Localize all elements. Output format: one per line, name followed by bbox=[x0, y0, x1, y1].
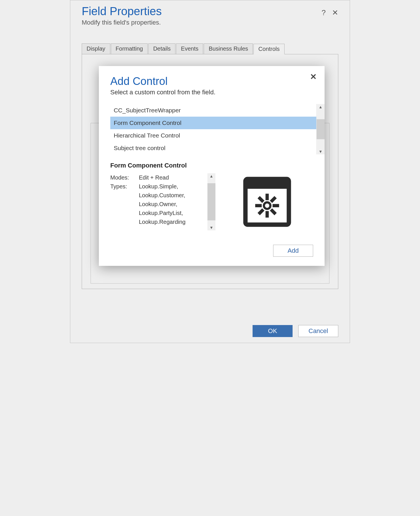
control-list: CC_SubjectTreeWrapper Form Component Con… bbox=[110, 104, 316, 154]
control-preview bbox=[221, 173, 313, 230]
scroll-thumb[interactable] bbox=[207, 183, 215, 220]
list-item[interactable]: Hierarchical Tree Control bbox=[110, 129, 316, 142]
tab-events[interactable]: Events bbox=[176, 43, 203, 54]
tab-business-rules[interactable]: Business Rules bbox=[204, 43, 253, 54]
svg-point-3 bbox=[265, 204, 269, 208]
ok-button[interactable]: OK bbox=[253, 325, 293, 337]
tab-bar: Display Formatting Details Events Busine… bbox=[82, 43, 338, 54]
modes-value: Edit + Read bbox=[139, 173, 187, 182]
dialog-subtitle: Modify this field's properties. bbox=[82, 19, 162, 26]
detail-heading: Form Component Control bbox=[110, 162, 313, 169]
list-scrollbar[interactable]: ▲ ▼ bbox=[316, 104, 325, 154]
modal-title: Add Control bbox=[110, 75, 313, 87]
detail-table: Modes: Types: Edit + Read Lookup.Simple,… bbox=[110, 173, 202, 226]
scroll-down-icon[interactable]: ▼ bbox=[319, 149, 323, 154]
svg-rect-6 bbox=[255, 204, 262, 207]
dialog-title: Field Properties bbox=[82, 5, 162, 18]
svg-rect-5 bbox=[265, 211, 269, 218]
modal-subtitle: Select a custom control from the field. bbox=[110, 89, 313, 96]
tab-display[interactable]: Display bbox=[82, 43, 110, 54]
add-button[interactable]: Add bbox=[273, 245, 313, 257]
types-label: Types: bbox=[110, 182, 133, 191]
scroll-up-icon[interactable]: ▲ bbox=[319, 104, 323, 110]
types-value: Lookup.Simple, Lookup.Customer, Lookup.O… bbox=[139, 182, 187, 226]
add-control-modal: ✕ Add Control Select a custom control fr… bbox=[99, 66, 325, 266]
scroll-up-icon[interactable]: ▲ bbox=[209, 173, 213, 179]
field-properties-dialog: Field Properties Modify this field's pro… bbox=[70, 0, 350, 343]
close-icon[interactable]: ✕ bbox=[332, 9, 338, 16]
dialog-footer: OK Cancel bbox=[253, 325, 338, 337]
modes-label: Modes: bbox=[110, 173, 133, 182]
tab-controls[interactable]: Controls bbox=[253, 44, 284, 54]
list-item[interactable]: CC_SubjectTreeWrapper bbox=[110, 104, 316, 117]
list-item[interactable]: Form Component Control bbox=[110, 117, 316, 129]
list-item[interactable]: Subject tree control bbox=[110, 142, 316, 154]
detail-scrollbar[interactable]: ▲ ▼ bbox=[207, 173, 215, 230]
tab-formatting[interactable]: Formatting bbox=[111, 43, 148, 54]
svg-rect-4 bbox=[265, 194, 269, 200]
svg-rect-7 bbox=[273, 204, 279, 207]
scroll-thumb[interactable] bbox=[317, 119, 325, 139]
cancel-button[interactable]: Cancel bbox=[298, 325, 338, 337]
modal-close-icon[interactable]: ✕ bbox=[310, 73, 317, 81]
gear-window-icon bbox=[240, 173, 294, 230]
scroll-down-icon[interactable]: ▼ bbox=[209, 225, 213, 230]
dialog-header: Field Properties Modify this field's pro… bbox=[70, 5, 350, 26]
tab-details[interactable]: Details bbox=[148, 43, 175, 54]
help-icon[interactable]: ? bbox=[322, 9, 326, 16]
